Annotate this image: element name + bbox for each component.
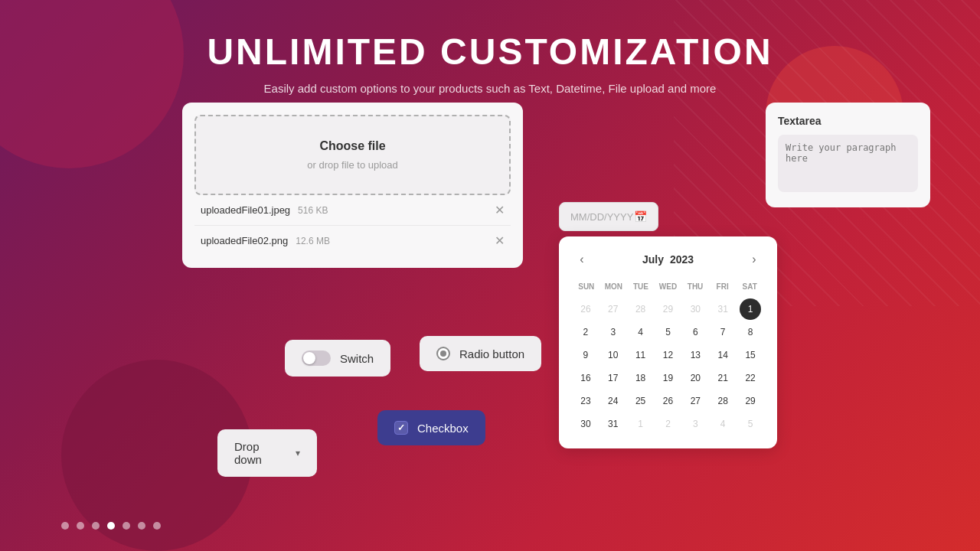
calendar-day[interactable]: 26 — [657, 390, 678, 412]
calendar-day[interactable]: 16 — [575, 367, 596, 389]
dot-0[interactable] — [61, 522, 69, 530]
calendar-day[interactable]: 21 — [712, 367, 733, 389]
calendar-day[interactable]: 26 — [575, 298, 596, 320]
main-container: UNLIMITED CUSTOMIZATION Easily add custo… — [0, 0, 980, 551]
calendar-day[interactable]: 31 — [603, 413, 624, 435]
calendar-day[interactable]: 30 — [684, 298, 706, 320]
calendar-day[interactable]: 25 — [630, 390, 652, 412]
textarea-input[interactable] — [778, 135, 918, 192]
calendar-day[interactable]: 1 — [630, 413, 652, 435]
header: UNLIMITED CUSTOMIZATION Easily add custo… — [207, 0, 773, 95]
calendar-day[interactable]: 27 — [684, 390, 706, 412]
date-placeholder: MM/DD/YYYY — [570, 211, 633, 223]
calendar-day[interactable]: 13 — [684, 344, 706, 366]
calendar-month: July — [642, 253, 664, 266]
calendar-day[interactable]: 2 — [575, 321, 596, 343]
calendar-day[interactable]: 4 — [630, 321, 652, 343]
calendar-day[interactable]: 14 — [712, 344, 733, 366]
chevron-down-icon: ▾ — [296, 448, 300, 458]
calendar-day[interactable]: 12 — [657, 344, 678, 366]
switch-track — [302, 350, 331, 366]
checkbox-label: Checkbox — [417, 422, 469, 435]
calendar-day[interactable]: 18 — [630, 367, 652, 389]
drop-zone[interactable]: Choose file or drop file to upload — [194, 115, 511, 195]
check-icon: ✓ — [397, 422, 405, 433]
calendar-day[interactable]: 30 — [575, 413, 596, 435]
file-info-2: uploadedFile02.png 12.6 MB — [201, 235, 330, 246]
dot-5[interactable] — [138, 522, 145, 530]
dot-6[interactable] — [153, 522, 161, 530]
page-title: UNLIMITED CUSTOMIZATION — [207, 31, 773, 73]
file-size-2: 12.6 MB — [296, 236, 330, 246]
calendar-day[interactable]: 2 — [657, 413, 678, 435]
file-remove-1[interactable]: ✕ — [495, 203, 505, 217]
radio-label: Radio button — [459, 347, 524, 360]
calendar-day[interactable]: 23 — [575, 390, 596, 412]
radio-button — [436, 347, 450, 360]
switch-label: Switch — [340, 352, 374, 365]
content-area: Choose file or drop file to upload uploa… — [0, 95, 980, 551]
dot-2[interactable] — [92, 522, 100, 530]
calendar-day[interactable]: 8 — [740, 321, 761, 343]
calendar-next-button[interactable]: › — [745, 250, 763, 269]
date-input-widget[interactable]: MM/DD/YYYY 📅 — [559, 202, 658, 231]
calendar-day[interactable]: 7 — [712, 321, 733, 343]
calendar-month-year: July 2023 — [642, 253, 694, 266]
calendar-day[interactable]: 22 — [740, 367, 761, 389]
calendar-day[interactable]: 31 — [712, 298, 733, 320]
file-name-1: uploadedFile01.jpeg — [201, 204, 290, 216]
calendar-day[interactable]: 1 — [740, 298, 761, 320]
day-header-fri: FRI — [709, 279, 737, 294]
calendar-day[interactable]: 19 — [657, 367, 678, 389]
dots-navigation — [61, 522, 161, 530]
calendar-days-header: SUNMONTUEWEDTHUFRISAT — [573, 279, 763, 294]
dropdown-widget[interactable]: Drop down ▾ — [217, 429, 317, 477]
file-info-1: uploadedFile01.jpeg 516 KB — [201, 204, 328, 216]
file-remove-2[interactable]: ✕ — [495, 233, 505, 248]
calendar-day[interactable]: 4 — [712, 413, 733, 435]
calendar-day[interactable]: 10 — [603, 344, 624, 366]
date-input[interactable]: MM/DD/YYYY 📅 — [559, 202, 658, 231]
calendar-prev-button[interactable]: ‹ — [573, 250, 591, 269]
textarea-label: Textarea — [778, 115, 918, 127]
calendar-day[interactable]: 3 — [684, 413, 706, 435]
textarea-widget: Textarea — [766, 103, 930, 207]
page-subtitle: Easily add custom options to your produc… — [207, 82, 773, 95]
file-name-2: uploadedFile02.png — [201, 235, 288, 246]
dot-1[interactable] — [77, 522, 84, 530]
dot-4[interactable] — [122, 522, 130, 530]
file-size-1: 516 KB — [298, 205, 328, 216]
calendar-day[interactable]: 6 — [684, 321, 706, 343]
calendar-day[interactable]: 27 — [603, 298, 624, 320]
calendar-day[interactable]: 9 — [575, 344, 596, 366]
calendar-day[interactable]: 20 — [684, 367, 706, 389]
day-header-sun: SUN — [573, 279, 600, 294]
file-upload-widget: Choose file or drop file to upload uploa… — [182, 103, 523, 268]
day-header-wed: WED — [655, 279, 682, 294]
drop-file-label: or drop file to upload — [211, 159, 494, 171]
calendar-day[interactable]: 28 — [630, 298, 652, 320]
calendar-grid: SUNMONTUEWEDTHUFRISAT 262728293031123456… — [573, 279, 763, 435]
calendar-day[interactable]: 3 — [603, 321, 624, 343]
calendar-day[interactable]: 29 — [657, 298, 678, 320]
calendar-day[interactable]: 28 — [712, 390, 733, 412]
calendar-day[interactable]: 15 — [740, 344, 761, 366]
calendar-year: 2023 — [670, 253, 694, 266]
calendar-widget: ‹ July 2023 › SUNMONTUEWEDTHUFRISAT 2627… — [559, 236, 777, 448]
radio-widget[interactable]: Radio button — [420, 336, 541, 371]
calendar-day[interactable]: 17 — [603, 367, 624, 389]
choose-file-label: Choose file — [211, 139, 494, 153]
calendar-day[interactable]: 5 — [657, 321, 678, 343]
checkbox: ✓ — [394, 421, 408, 435]
calendar-day[interactable]: 29 — [740, 390, 761, 412]
switch-thumb — [303, 352, 315, 364]
calendar-day[interactable]: 24 — [603, 390, 624, 412]
checkbox-widget[interactable]: ✓ Checkbox — [377, 410, 485, 445]
file-item-2: uploadedFile02.png 12.6 MB ✕ — [194, 226, 511, 256]
day-header-tue: TUE — [627, 279, 655, 294]
dot-3[interactable] — [107, 522, 115, 530]
radio-inner — [440, 350, 446, 357]
switch-widget[interactable]: Switch — [285, 340, 390, 377]
calendar-day[interactable]: 11 — [630, 344, 652, 366]
calendar-day[interactable]: 5 — [740, 413, 761, 435]
